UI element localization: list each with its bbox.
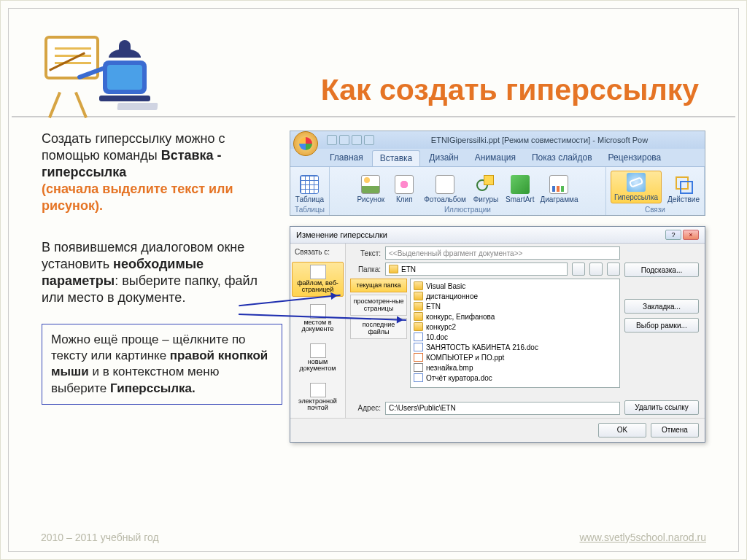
- shapes-button[interactable]: Фигуры: [472, 175, 500, 203]
- footer-year: 2010 – 2011 учебный год: [41, 532, 159, 543]
- dialog-title: Изменение гиперссылки: [296, 230, 387, 239]
- file-list[interactable]: Visual BasicдистанционноеETNконкурс, Епи…: [410, 279, 620, 388]
- window-buttons[interactable]: ?×: [665, 230, 699, 240]
- office-button-icon[interactable]: [293, 131, 318, 156]
- hyperlink-button[interactable]: Гиперссылка: [611, 171, 662, 203]
- ribbon-group-illustrations: Рисунок Клип Фотоальбом Фигуры SmartArt …: [330, 167, 606, 215]
- ok-button[interactable]: OK: [598, 423, 646, 438]
- linkto-place-in-doc[interactable]: местом в документе: [292, 301, 344, 336]
- address-label: Адрес:: [350, 404, 381, 412]
- smartart-button[interactable]: SmartArt: [506, 175, 534, 203]
- browse-web-icon[interactable]: [589, 262, 603, 276]
- paragraph-2: В появившемся диалоговом окне установить…: [42, 239, 282, 306]
- cancel-button[interactable]: Отмена: [651, 423, 699, 438]
- window-title: ETNIGiperssilki.ppt [Режим совместимости…: [377, 136, 702, 144]
- ribbon-group-tables: Таблица Таблицы: [290, 167, 330, 215]
- nav-current-folder[interactable]: текущая папка: [350, 279, 407, 292]
- ribbon-tabs[interactable]: Главная Вставка Дизайн Анимация Показ сл…: [290, 149, 705, 166]
- up-folder-icon[interactable]: [572, 262, 585, 276]
- text-label: Текст:: [350, 249, 381, 257]
- hyperlink-dialog: Изменение гиперссылки ?× Связать с: файл…: [290, 226, 705, 443]
- remove-link-button[interactable]: Удалить ссылку: [624, 400, 699, 415]
- quick-access-toolbar[interactable]: [327, 135, 374, 145]
- action-button[interactable]: Действие: [667, 175, 700, 203]
- hint-button[interactable]: Подсказка...: [624, 262, 699, 277]
- slide-clipart: [41, 23, 165, 110]
- address-input[interactable]: [385, 402, 620, 415]
- ribbon-screenshot: ETNIGiperssilki.ppt [Режим совместимости…: [290, 131, 705, 216]
- link-with-label: Связать с:: [292, 246, 344, 257]
- paragraph-1: Создать гиперссылку можно с помощью кома…: [42, 131, 282, 214]
- bookmark-button[interactable]: Закладка...: [624, 299, 699, 314]
- photoalbum-button[interactable]: Фотоальбом: [424, 175, 466, 203]
- tip-box: Можно ещё проще – щёлкните по тексту или…: [42, 324, 282, 404]
- linkto-email[interactable]: электронной почтой: [292, 380, 344, 415]
- ribbon-group-links: Гиперссылка Действие Связи: [606, 167, 705, 215]
- linkto-new-doc[interactable]: новым документом: [292, 341, 344, 376]
- frame-button[interactable]: Выбор рамки...: [624, 318, 699, 332]
- slide-title: Как создать гиперссылку: [179, 73, 699, 110]
- clip-button[interactable]: Клип: [390, 175, 418, 203]
- folder-label: Папка:: [350, 265, 381, 273]
- browse-file-icon[interactable]: [607, 262, 620, 276]
- nav-browsed-pages[interactable]: просмотрен-ные страницы: [350, 295, 407, 316]
- footer-link[interactable]: www.svetly5school.narod.ru: [579, 532, 706, 543]
- picture-button[interactable]: Рисунок: [357, 175, 384, 203]
- text-input[interactable]: [385, 246, 620, 260]
- chart-button[interactable]: Диаграмма: [540, 175, 578, 203]
- table-button[interactable]: Таблица: [295, 175, 324, 203]
- folder-select[interactable]: ETN: [385, 262, 568, 276]
